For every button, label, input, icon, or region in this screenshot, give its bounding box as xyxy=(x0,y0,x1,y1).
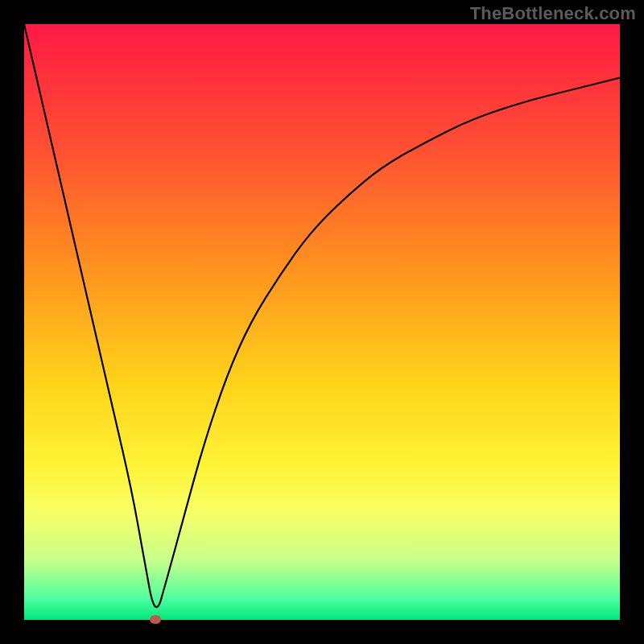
trough-marker xyxy=(150,615,161,624)
chart-frame: TheBottleneck.com xyxy=(0,0,644,644)
bottleneck-chart xyxy=(24,24,620,620)
gradient-background xyxy=(24,24,620,620)
watermark-text: TheBottleneck.com xyxy=(470,3,636,24)
